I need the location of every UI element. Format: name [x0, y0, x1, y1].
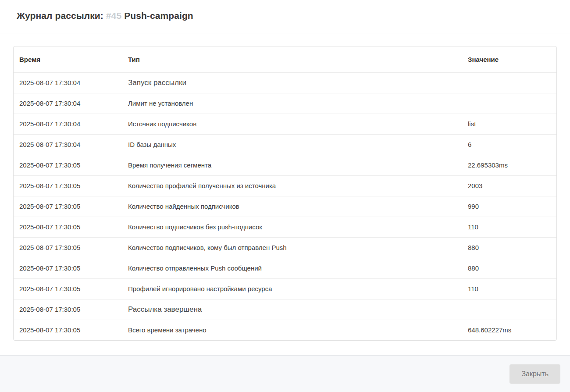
- table-row: 2025-08-07 17:30:04 Запуск рассылки: [14, 73, 556, 93]
- table-row: 2025-08-07 17:30:05 Количество подписчик…: [14, 238, 556, 258]
- cell-time: 2025-08-07 17:30:05: [14, 155, 122, 176]
- cell-type: Рассылка завершена: [122, 299, 462, 320]
- cell-time: 2025-08-07 17:30:05: [14, 299, 122, 320]
- cell-time: 2025-08-07 17:30:05: [14, 320, 122, 340]
- column-header-type: Тип: [122, 46, 462, 73]
- cell-value: list: [462, 114, 556, 135]
- cell-type: Количество подписчиков, кому был отправл…: [122, 238, 462, 258]
- cell-type: Профилей игнорировано настройками ресурс…: [122, 279, 462, 299]
- cell-time: 2025-08-07 17:30:05: [14, 238, 122, 258]
- cell-time: 2025-08-07 17:30:05: [14, 279, 122, 299]
- cell-type: Запуск рассылки: [122, 73, 462, 93]
- modal-body: Время Тип Значение 2025-08-07 17:30:04 З…: [0, 33, 570, 341]
- close-button[interactable]: Закрыть: [509, 364, 560, 384]
- table-row: 2025-08-07 17:30:05 Количество подписчик…: [14, 217, 556, 238]
- cell-type: Время получения сегмента: [122, 155, 462, 176]
- cell-type: ID базы данных: [122, 135, 462, 155]
- table-row: 2025-08-07 17:30:05 Профилей игнорирован…: [14, 279, 556, 299]
- table-row: 2025-08-07 17:30:04 ID базы данных 6: [14, 135, 556, 155]
- column-header-value: Значение: [462, 46, 556, 73]
- campaign-id: #45: [106, 11, 121, 21]
- modal-header: Журнал рассылки: #45 Push-campaign: [0, 0, 570, 33]
- cell-value: [462, 73, 556, 93]
- cell-value: 6: [462, 135, 556, 155]
- cell-type: Количество найденных подписчиков: [122, 196, 462, 217]
- campaign-name: Push-campaign: [124, 11, 193, 21]
- cell-time: 2025-08-07 17:30:05: [14, 258, 122, 279]
- cell-value: 648.602227ms: [462, 320, 556, 340]
- cell-value: 22.695303ms: [462, 155, 556, 176]
- cell-type: Количество отправленных Push сообщений: [122, 258, 462, 279]
- mailing-log-modal: Журнал рассылки: #45 Push-campaign Время…: [0, 0, 570, 341]
- log-table: Время Тип Значение 2025-08-07 17:30:04 З…: [13, 46, 557, 341]
- table-header-row: Время Тип Значение: [14, 46, 556, 73]
- cell-time: 2025-08-07 17:30:04: [14, 93, 122, 114]
- table-row: 2025-08-07 17:30:05 Рассылка завершена: [14, 299, 556, 320]
- cell-value: 990: [462, 196, 556, 217]
- table-row: 2025-08-07 17:30:05 Количество отправлен…: [14, 258, 556, 279]
- cell-time: 2025-08-07 17:30:05: [14, 217, 122, 238]
- page-title: Журнал рассылки: #45 Push-campaign: [17, 11, 553, 21]
- cell-time: 2025-08-07 17:30:04: [14, 114, 122, 135]
- modal-footer: Закрыть: [0, 355, 570, 392]
- column-header-time: Время: [14, 46, 122, 73]
- cell-value: 880: [462, 238, 556, 258]
- cell-value: 880: [462, 258, 556, 279]
- cell-type: Лимит не установлен: [122, 93, 462, 114]
- cell-type: Количество подписчиков без push-подписок: [122, 217, 462, 238]
- cell-value: 110: [462, 217, 556, 238]
- cell-type: Источник подписчиков: [122, 114, 462, 135]
- cell-time: 2025-08-07 17:30:05: [14, 196, 122, 217]
- cell-type: Всего времени затрачено: [122, 320, 462, 340]
- table-row: 2025-08-07 17:30:05 Время получения сегм…: [14, 155, 556, 176]
- title-prefix: Журнал рассылки:: [17, 11, 103, 21]
- cell-type: Количество профилей полученных из источн…: [122, 176, 462, 196]
- table-row: 2025-08-07 17:30:05 Количество профилей …: [14, 176, 556, 196]
- cell-value: [462, 299, 556, 320]
- cell-value: 2003: [462, 176, 556, 196]
- table-row: 2025-08-07 17:30:04 Источник подписчиков…: [14, 114, 556, 135]
- cell-time: 2025-08-07 17:30:05: [14, 176, 122, 196]
- cell-time: 2025-08-07 17:30:04: [14, 135, 122, 155]
- table-row: 2025-08-07 17:30:04 Лимит не установлен: [14, 93, 556, 114]
- cell-time: 2025-08-07 17:30:04: [14, 73, 122, 93]
- cell-value: 110: [462, 279, 556, 299]
- cell-value: [462, 93, 556, 114]
- table-row: 2025-08-07 17:30:05 Всего времени затрач…: [14, 320, 556, 340]
- table-row: 2025-08-07 17:30:05 Количество найденных…: [14, 196, 556, 217]
